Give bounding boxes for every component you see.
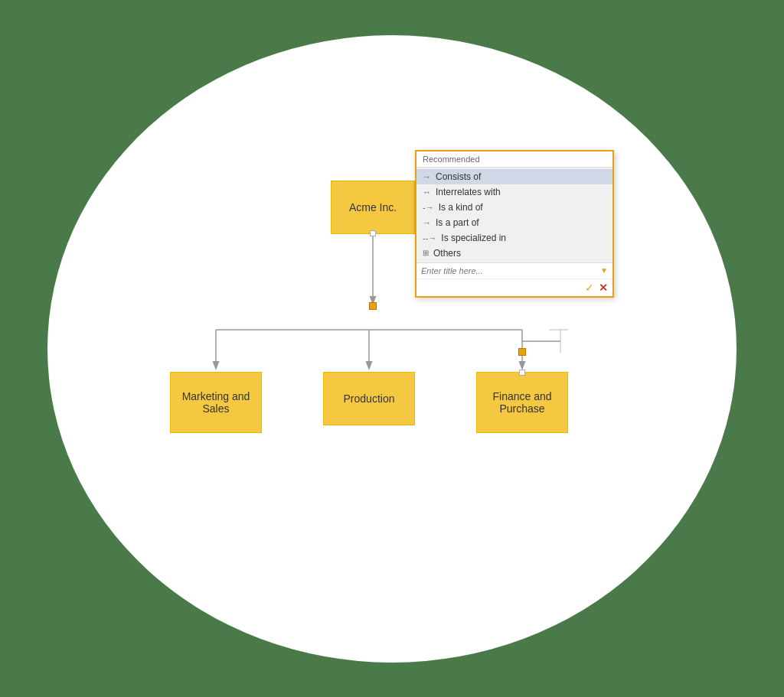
popup-item-interrelates[interactable]: ↔ Interrelates with [416,184,612,200]
relationship-popup: Recommended → Consists of ↔ Interrelates… [415,150,614,298]
finance-handle-top[interactable] [519,370,525,376]
specialized-label: Is specialized in [441,233,506,243]
node-marketing[interactable]: Marketing andSales [170,372,262,433]
popup-actions: ✓ ✕ [416,278,612,296]
connector-dot-root [369,302,377,310]
part-of-label: Is a part of [436,217,479,228]
popup-header: Recommended [416,151,612,168]
oval-canvas: Acme Inc. Marketing andSales Production … [47,35,737,663]
popup-confirm-button[interactable]: ✓ [585,282,594,294]
specialized-arrow: --→ [423,233,436,243]
connector-dot-finance [518,348,526,356]
popup-item-specialized[interactable]: --→ Is specialized in [416,230,612,246]
kind-of-label: Is a kind of [439,202,483,213]
node-root-label: Acme Inc. [349,201,397,213]
popup-item-part-of[interactable]: → Is a part of [416,215,612,230]
node-production[interactable]: Production [323,372,415,425]
consists-of-arrow: → [423,172,431,181]
popup-input-row: ▼ [416,262,612,278]
popup-list: → Consists of ↔ Interrelates with -→ Is … [416,168,612,262]
popup-item-others[interactable]: ⊞ Others [416,246,612,261]
interrelates-arrow: ↔ [423,187,431,197]
popup-input-dropdown-icon[interactable]: ▼ [600,266,608,275]
node-finance[interactable]: Finance andPurchase [476,372,568,433]
diagram-area: Acme Inc. Marketing andSales Production … [124,135,660,563]
others-label: Others [433,248,461,259]
consists-of-label: Consists of [436,171,481,182]
node-finance-label: Finance andPurchase [492,390,551,415]
node-marketing-label: Marketing andSales [182,390,250,415]
part-of-arrow: → [423,218,431,227]
popup-title-input[interactable] [421,266,597,275]
node-root[interactable]: Acme Inc. [331,181,415,234]
popup-item-kind-of[interactable]: -→ Is a kind of [416,200,612,215]
node-production-label: Production [344,392,395,405]
popup-cancel-button[interactable]: ✕ [599,282,608,294]
others-icon: ⊞ [423,249,429,257]
root-handle-bottom[interactable] [370,230,376,236]
interrelates-label: Interrelates with [436,187,501,197]
kind-of-arrow: -→ [423,203,434,212]
popup-item-consists-of[interactable]: → Consists of [416,169,612,184]
